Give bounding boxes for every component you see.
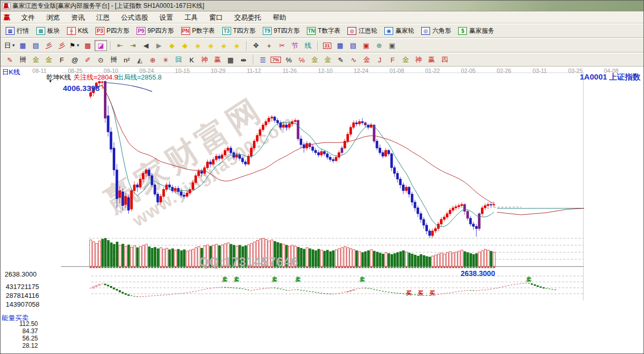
pen-mark-icon[interactable]: ✐ <box>82 55 94 65</box>
kline-9-icon[interactable]: 彡 <box>56 40 68 51</box>
winner-service-label: 赢家服务 <box>469 27 494 35</box>
flag-dropdown-icon[interactable]: ⚑▼ <box>69 40 81 51</box>
menu-item-浏览[interactable]: 浏览 <box>41 12 65 22</box>
jump-first-icon[interactable]: ⇤ <box>114 40 126 51</box>
spiral-calendar-icon[interactable]: @ <box>69 55 81 65</box>
gold-lines-icon[interactable]: 金 <box>321 55 334 65</box>
jump-last-icon[interactable]: ⇥ <box>127 40 139 51</box>
pen-knife-icon[interactable]: ✎ <box>4 55 16 65</box>
replay-icon[interactable]: ▩ <box>82 40 94 51</box>
wave-tool-icon[interactable]: ∿ <box>347 55 360 65</box>
notes-icon[interactable]: ▤ <box>347 40 359 51</box>
toolbar-button-winner-service[interactable]: $赢家服务 <box>456 25 496 36</box>
gold-angle-icon[interactable]: 金 <box>360 55 373 65</box>
angle-tool-icon[interactable]: ◭ <box>133 55 146 65</box>
line-tool-icon[interactable]: 线 <box>302 40 314 51</box>
shen-slash-glyph: 神 <box>415 55 422 64</box>
title-bar[interactable]: 赢 赢家江恩专业版[赢家内部服务平台] - [上证指数 SH1A0001-167… <box>1 1 644 11</box>
menu-item-文件[interactable]: 文件 <box>16 12 41 22</box>
gann-diamond-wide-icon[interactable]: ◈ <box>192 40 204 51</box>
square-target-icon[interactable]: 回 <box>172 55 185 65</box>
toolbar-button-sectors[interactable]: ▩板块 <box>34 25 62 36</box>
indicator-scale-3: 56.25 <box>8 335 38 342</box>
price-list-icon[interactable]: ☰ <box>257 55 269 65</box>
node-tool-icon[interactable]: 节 <box>289 40 301 51</box>
shen-lines-glyph: 神 <box>202 55 208 64</box>
toolbar-button-9p-square[interactable]: P99P四方形 <box>135 25 176 36</box>
toolbar-button-winner-wheel[interactable]: ◉赢家轮 <box>382 25 416 36</box>
color-histogram-icon[interactable]: ◪ <box>95 40 107 51</box>
j-angle-glyph: J <box>378 56 382 64</box>
toolbar-separator <box>317 41 318 50</box>
menu-item-江恩[interactable]: 江恩 <box>90 12 115 22</box>
gann-ruler-icon[interactable]: 卌 <box>17 55 29 65</box>
shen-lines-icon[interactable]: 神 <box>198 55 211 65</box>
hexagon-label: 六角形 <box>432 27 451 35</box>
n-square-icon[interactable]: n² <box>120 55 133 65</box>
gold-slash-icon[interactable]: 金 <box>399 55 412 65</box>
gann-circle-icon[interactable]: ⊕ <box>146 55 159 65</box>
cut-tool-icon[interactable]: ✂ <box>276 40 288 51</box>
grid-123-icon[interactable]: ▦ <box>224 55 237 65</box>
gann-diamond-in-icon[interactable]: ◈ <box>205 40 217 51</box>
menu-item-工具[interactable]: 工具 <box>179 12 204 22</box>
gold-circle-glyph: 金 <box>312 55 318 64</box>
gann-star-icon[interactable]: ✳ <box>159 55 172 65</box>
gann-diamond-cross-icon[interactable]: ◈ <box>231 40 243 51</box>
page-right-icon[interactable]: ▶ <box>153 40 165 51</box>
menu-item-设置[interactable]: 设置 <box>154 12 179 22</box>
date-tick-08-11: 08-11 <box>32 68 46 74</box>
j-angle-icon[interactable]: J <box>373 55 386 65</box>
menu-item-公式选股[interactable]: 公式选股 <box>115 12 154 22</box>
percent-7-icon[interactable]: 7% <box>270 55 282 65</box>
toolbar-button-hexagon[interactable]: ◎六角形 <box>419 25 453 36</box>
span-arrows-icon[interactable]: ⇹ <box>237 55 250 65</box>
toolbar-button-p-square[interactable]: P3P四方形 <box>93 25 131 36</box>
f-angle-icon[interactable]: F <box>386 55 399 65</box>
info-panel-icon[interactable]: ▤ <box>30 40 42 51</box>
send-web-icon[interactable]: ⊕ <box>373 40 385 51</box>
toolbar-button-t-number-table[interactable]: TNT数字表 <box>305 25 342 36</box>
calendar-21-icon[interactable]: 21 <box>321 40 333 51</box>
brush-icon[interactable]: ✎ <box>334 55 347 65</box>
page-left-icon[interactable]: ◀ <box>140 40 152 51</box>
fibonacci-lines-icon[interactable]: F <box>56 55 68 65</box>
toolbar-button-kline[interactable]: ╫K线 <box>65 25 90 36</box>
gann-diamond-right-icon[interactable]: ◆ <box>179 40 191 51</box>
toolbar-button-quotes[interactable]: ▦行情 <box>4 25 31 36</box>
menu-item-资讯[interactable]: 资讯 <box>65 12 90 22</box>
time-circle-icon[interactable]: ⊙ <box>95 55 107 65</box>
gold-ratio-lines-2-icon[interactable]: 金 <box>43 55 55 65</box>
toolbar-button-t-square[interactable]: T3T四方形 <box>220 25 258 36</box>
period-day-dropdown-icon[interactable]: 日▼ <box>4 40 16 51</box>
menu-item-帮助[interactable]: 帮助 <box>267 12 292 22</box>
toolbar-button-gann-wheel[interactable]: ◎江恩轮 <box>345 25 379 36</box>
toolbar-button-p-number-table[interactable]: PNP数字表 <box>179 25 217 36</box>
percent-icon[interactable]: % <box>283 55 295 65</box>
quotes-label: 行情 <box>17 27 29 35</box>
shen-slash-icon[interactable]: 神 <box>412 55 425 65</box>
gann-diamond-left-icon[interactable]: ◆ <box>166 40 178 51</box>
toolbar-button-9t-square[interactable]: T99T四方形 <box>261 25 302 36</box>
kline-3-icon[interactable]: 彡 <box>43 40 55 51</box>
menu-items: 文件浏览资讯江恩公式选股设置工具窗口交易委托帮助 <box>16 12 292 22</box>
crosshair-icon[interactable]: ＋ <box>263 40 275 51</box>
gann-diamond-star-icon[interactable]: ◈ <box>218 40 230 51</box>
hand-drag-icon[interactable]: ✥ <box>250 40 262 51</box>
gold-circle-icon[interactable]: 金 <box>308 55 321 65</box>
tick-ruler-icon[interactable]: 卌 <box>108 55 120 65</box>
kline-mark-icon[interactable]: K <box>185 55 198 65</box>
window-style-icon[interactable]: ▦ <box>17 40 29 51</box>
ying-slash-icon[interactable]: 赢 <box>425 55 438 65</box>
calculator-icon[interactable]: ▦ <box>334 40 346 51</box>
percent-lines-icon[interactable]: ℅ <box>296 55 308 65</box>
volume-scale-3: 143907058 <box>6 300 39 308</box>
four-slash-icon[interactable]: 四 <box>438 55 451 65</box>
menu-item-交易委托[interactable]: 交易委托 <box>229 12 267 22</box>
menu-item-窗口[interactable]: 窗口 <box>204 12 229 22</box>
chart-area[interactable]: 赢家财富网www.yingjia500.com卖卖卖卖卖卖买买买 08-1108… <box>1 67 644 354</box>
gold-ratio-lines-1-icon[interactable]: 金 <box>30 55 42 65</box>
remote-pc-icon[interactable]: ▣ <box>386 40 398 51</box>
ying-lines-icon[interactable]: 赢 <box>211 55 224 65</box>
save-disk-icon[interactable]: ▣ <box>360 40 372 51</box>
